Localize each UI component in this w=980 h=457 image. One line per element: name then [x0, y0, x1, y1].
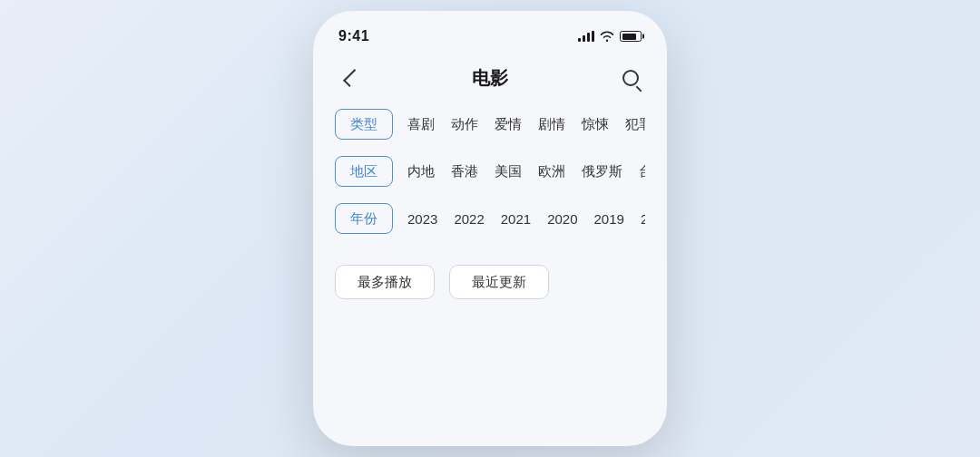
bottom-buttons: 最多播放 最近更新 — [313, 258, 667, 299]
year-item-2019[interactable]: 2019 — [594, 211, 624, 227]
year-item-2022[interactable]: 2022 — [454, 211, 484, 227]
region-item-taiwan[interactable]: 台湾 — [639, 163, 645, 180]
nav-bar: 电影 — [313, 54, 667, 102]
filter-tag-genre[interactable]: 类型 — [335, 109, 393, 140]
search-button[interactable] — [616, 63, 645, 92]
filter-section: 类型 喜剧 动作 爱情 剧情 惊悚 犯罪 悬疑 地区 内地 香港 美国 欧洲 — [313, 102, 667, 258]
status-time: 9:41 — [338, 28, 369, 44]
genre-item-crime[interactable]: 犯罪 — [625, 116, 645, 133]
genre-item-thriller[interactable]: 惊悚 — [582, 116, 609, 133]
region-item-russia[interactable]: 俄罗斯 — [582, 163, 622, 180]
phone-frame: 9:41 电影 类型 — [313, 11, 667, 446]
region-item-mainland[interactable]: 内地 — [407, 163, 435, 180]
recent-update-button[interactable]: 最近更新 — [449, 265, 549, 299]
genre-item-action[interactable]: 动作 — [451, 116, 478, 133]
region-items: 内地 香港 美国 欧洲 俄罗斯 台湾 — [407, 163, 645, 180]
year-items: 2023 2022 2021 2020 2019 2018 — [407, 211, 645, 227]
wifi-icon — [600, 31, 614, 42]
battery-icon — [620, 31, 642, 42]
most-played-button[interactable]: 最多播放 — [335, 265, 435, 299]
genre-item-drama[interactable]: 剧情 — [538, 116, 565, 133]
search-icon — [622, 70, 639, 86]
year-item-2021[interactable]: 2021 — [501, 211, 531, 227]
filter-row-year: 年份 2023 2022 2021 2020 2019 2018 — [335, 203, 645, 234]
filter-row-genre: 类型 喜剧 动作 爱情 剧情 惊悚 犯罪 悬疑 — [335, 109, 645, 140]
region-item-europe[interactable]: 欧洲 — [538, 163, 565, 180]
region-item-us[interactable]: 美国 — [495, 163, 522, 180]
filter-row-region: 地区 内地 香港 美国 欧洲 俄罗斯 台湾 — [335, 156, 645, 187]
status-bar: 9:41 — [313, 11, 667, 51]
region-item-hk[interactable]: 香港 — [451, 163, 478, 180]
year-item-2023[interactable]: 2023 — [407, 211, 437, 227]
signal-icon — [578, 31, 594, 42]
genre-item-romance[interactable]: 爱情 — [495, 116, 522, 133]
page-title: 电影 — [472, 66, 508, 91]
year-item-2020[interactable]: 2020 — [547, 211, 577, 227]
genre-item-comedy[interactable]: 喜剧 — [407, 116, 435, 133]
filter-tag-region[interactable]: 地区 — [335, 156, 393, 187]
filter-tag-year[interactable]: 年份 — [335, 203, 393, 234]
status-icons — [578, 31, 642, 42]
back-button[interactable] — [335, 63, 364, 92]
year-item-2018[interactable]: 2018 — [641, 211, 645, 227]
back-chevron-icon — [343, 69, 361, 87]
genre-items: 喜剧 动作 爱情 剧情 惊悚 犯罪 悬疑 — [407, 116, 645, 133]
